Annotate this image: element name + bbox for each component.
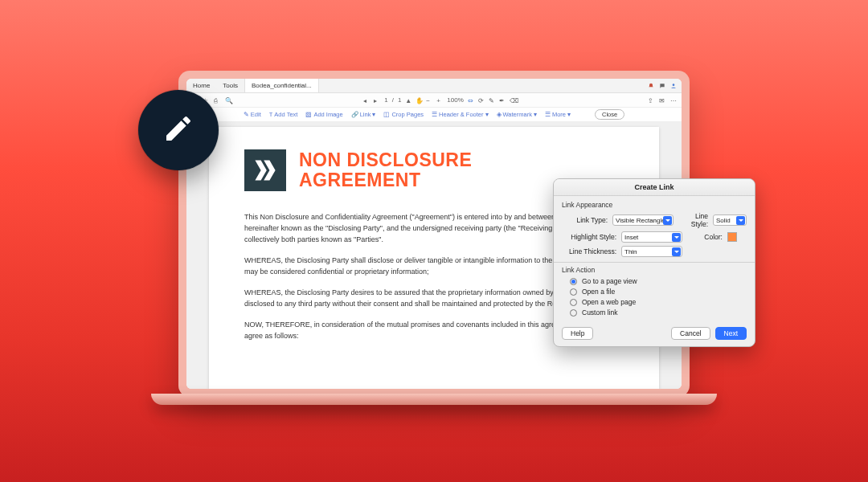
quick-toolbar: ☰ ☆ ⎙ 🔍 ◂ ▸ 1 / 1 ▲ ✋ − + 100% ⇔ ⟳ ✎ ✒ ⌫: [186, 93, 682, 108]
tab-bar: Home Tools Bodea_confidential...: [186, 79, 682, 93]
radio-go-to-page-view[interactable]: Go to a page view: [570, 277, 747, 285]
radio-icon: [570, 278, 577, 285]
print-icon[interactable]: ⎙: [214, 97, 220, 104]
page-sep: /: [392, 96, 394, 104]
search-icon[interactable]: 🔍: [225, 97, 231, 104]
highlight-style-select[interactable]: Inset: [621, 231, 682, 243]
more-button[interactable]: ☰More▾: [545, 111, 571, 118]
dialog-title: Create Link: [554, 179, 755, 196]
laptop-base: [151, 394, 717, 405]
highlight-style-label: Highlight Style:: [562, 233, 616, 241]
send-icon[interactable]: ✉: [659, 97, 665, 104]
rotate-icon[interactable]: ⟳: [478, 97, 485, 104]
link-action-section-label: Link Action: [562, 266, 747, 274]
link-type-select[interactable]: Visible Rectangle: [612, 214, 674, 226]
chevron-down-icon: [672, 233, 681, 242]
chevron-down-icon: [672, 247, 681, 256]
radio-icon: [570, 288, 577, 296]
hand-tool-icon[interactable]: ✋: [416, 97, 422, 104]
link-button[interactable]: 🔗Link▾: [351, 111, 376, 118]
next-page-icon[interactable]: ▸: [374, 97, 380, 104]
link-type-label: Link Type:: [562, 216, 608, 224]
page-total: 1: [398, 96, 401, 104]
line-style-select[interactable]: Solid: [713, 214, 747, 226]
appearance-section-label: Link Appearance: [562, 201, 747, 209]
next-button[interactable]: Next: [715, 327, 747, 340]
line-style-label: Line Style:: [678, 212, 708, 228]
edit-toolbar: ✎Edit TAdd Text ▧Add Image 🔗Link▾ ◫Crop …: [186, 108, 682, 122]
create-link-dialog: Create Link Link Appearance Link Type: V…: [553, 178, 755, 347]
svg-point-0: [673, 84, 675, 86]
tab-document[interactable]: Bodea_confidential...: [244, 79, 319, 92]
watermark-button[interactable]: ◈Watermark▾: [497, 111, 537, 118]
chevron-down-icon: [663, 216, 672, 225]
zoom-in-icon[interactable]: +: [436, 97, 443, 104]
color-swatch[interactable]: [727, 232, 737, 242]
line-thickness-select[interactable]: Thin: [621, 246, 682, 257]
company-logo: [244, 149, 286, 191]
zoom-level[interactable]: 100%: [447, 96, 463, 104]
prev-page-icon[interactable]: ◂: [363, 97, 370, 104]
header-footer-button[interactable]: ☰Header & Footer▾: [432, 111, 488, 118]
more-options-icon[interactable]: ⋯: [670, 97, 677, 104]
document-title: NON DISCLOSURE AGREEMENT: [299, 150, 472, 191]
crop-pages-button[interactable]: ◫Crop Pages: [383, 111, 424, 118]
sign-icon[interactable]: ✒: [499, 97, 506, 104]
fit-width-icon[interactable]: ⇔: [468, 97, 474, 104]
cancel-button[interactable]: Cancel: [671, 327, 710, 340]
edit-button[interactable]: ✎Edit: [244, 111, 261, 118]
pencil-icon: [162, 112, 194, 148]
comment-icon[interactable]: [659, 83, 665, 89]
radio-open-file[interactable]: Open a file: [570, 288, 747, 296]
tab-tools[interactable]: Tools: [216, 79, 244, 92]
radio-custom-link[interactable]: Custom link: [570, 308, 747, 317]
add-image-button[interactable]: ▧Add Image: [305, 111, 342, 118]
radio-open-web-page[interactable]: Open a web page: [570, 298, 747, 306]
tab-home[interactable]: Home: [186, 79, 216, 92]
radio-icon: [570, 309, 577, 317]
help-button[interactable]: Help: [562, 327, 593, 340]
line-thickness-label: Line Thickness:: [562, 247, 616, 255]
share-icon[interactable]: ⇪: [648, 97, 654, 104]
account-icon[interactable]: [670, 83, 677, 89]
select-tool-icon[interactable]: ▲: [405, 97, 411, 104]
add-text-button[interactable]: TAdd Text: [269, 111, 298, 118]
page-current: 1: [384, 96, 387, 104]
erase-icon[interactable]: ⌫: [510, 97, 516, 104]
color-label: Color:: [687, 233, 723, 241]
radio-icon: [570, 299, 577, 306]
edit-badge: [138, 90, 219, 170]
highlight-icon[interactable]: ✎: [489, 97, 495, 104]
notification-icon[interactable]: [648, 83, 654, 89]
close-editbar-button[interactable]: Close: [595, 109, 624, 120]
zoom-out-icon[interactable]: −: [426, 97, 432, 104]
chevron-down-icon: [736, 216, 745, 225]
